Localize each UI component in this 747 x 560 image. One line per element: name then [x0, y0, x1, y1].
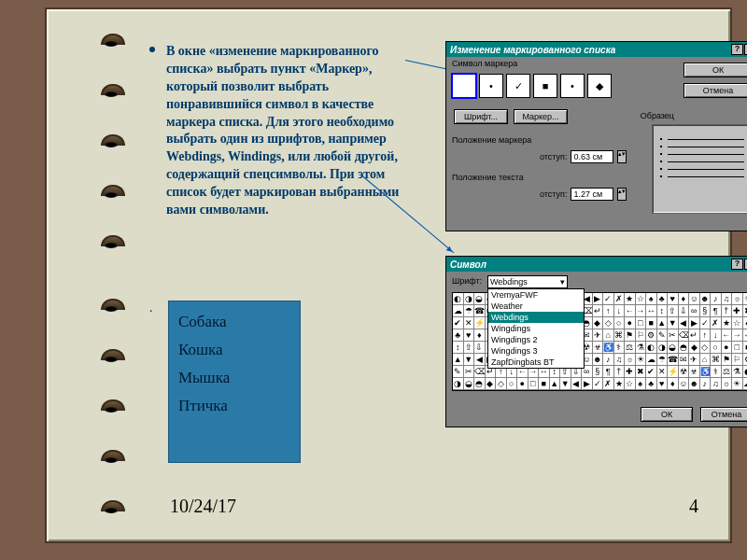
char-cell[interactable]: § — [700, 305, 712, 317]
char-cell[interactable]: ⇩ — [679, 305, 690, 317]
char-cell[interactable]: ◆ — [689, 342, 700, 354]
char-cell[interactable]: ● — [517, 378, 529, 390]
char-cell[interactable]: ♦ — [679, 293, 690, 305]
char-cell[interactable]: ◇ — [603, 317, 614, 329]
char-cell[interactable]: → — [732, 329, 743, 342]
char-cell[interactable]: ✖ — [743, 305, 748, 317]
char-cell[interactable]: ▼ — [560, 378, 571, 390]
char-cell[interactable]: ¶ — [603, 366, 614, 378]
char-cell[interactable]: ★ — [625, 293, 636, 305]
font-combobox[interactable]: Webdings ▾ — [487, 275, 568, 288]
char-cell[interactable]: ♣ — [646, 378, 657, 390]
char-cell[interactable]: ✓ — [700, 317, 712, 329]
char-cell[interactable]: ✎ — [657, 329, 669, 342]
marker-option[interactable]: • — [479, 74, 503, 98]
char-cell[interactable]: ☺ — [689, 293, 700, 305]
char-cell[interactable]: † — [614, 366, 626, 378]
help-icon[interactable]: ? — [731, 44, 743, 55]
char-cell[interactable]: ☻ — [689, 378, 700, 390]
char-cell[interactable]: ☂ — [464, 305, 475, 317]
font-button[interactable]: Шрифт... — [454, 109, 508, 124]
char-cell[interactable]: ↕ — [453, 342, 464, 354]
marker-button[interactable]: Маркер... — [514, 109, 568, 124]
cancel-button[interactable]: Отмена — [684, 83, 747, 98]
char-cell[interactable]: ◇ — [700, 342, 712, 354]
text-indent-field[interactable]: 1.27 см — [571, 188, 613, 201]
char-cell[interactable]: ♠ — [646, 293, 657, 305]
char-cell[interactable]: ⇧ — [668, 305, 679, 317]
marker-indent-field[interactable]: 0.63 см — [571, 150, 613, 163]
char-cell[interactable]: ⚖ — [625, 342, 636, 354]
font-option[interactable]: VremyaFWF — [488, 289, 584, 301]
char-cell[interactable]: ⚑ — [625, 329, 636, 342]
char-cell[interactable]: ☢ — [679, 366, 690, 378]
char-cell[interactable]: ⌫ — [474, 366, 486, 378]
spinner-icon[interactable]: ▴▾ — [617, 150, 627, 163]
char-cell[interactable]: ▲ — [657, 317, 669, 329]
char-cell[interactable]: ✗ — [603, 378, 614, 390]
char-cell[interactable]: ○ — [614, 317, 626, 329]
char-cell[interactable]: ◐ — [453, 293, 464, 305]
char-cell[interactable]: ⚖ — [722, 366, 733, 378]
char-cell[interactable]: ▼ — [464, 354, 475, 366]
char-cell[interactable]: ♣ — [657, 293, 669, 305]
char-cell[interactable]: § — [593, 366, 604, 378]
char-cell[interactable]: ⚐ — [636, 329, 647, 342]
char-cell[interactable]: ☻ — [700, 293, 712, 305]
char-cell[interactable]: ✕ — [657, 366, 669, 378]
char-cell[interactable]: ◓ — [679, 342, 690, 354]
char-cell[interactable]: ☻ — [593, 354, 604, 366]
char-cell[interactable]: ⌂ — [700, 354, 712, 366]
char-cell[interactable]: ▶ — [582, 378, 593, 390]
font-option[interactable]: Wingdings — [488, 323, 584, 334]
char-cell[interactable]: ↕ — [657, 305, 669, 317]
char-cell[interactable]: □ — [636, 317, 647, 329]
char-cell[interactable]: ✓ — [603, 293, 614, 305]
char-cell[interactable]: ♦ — [474, 329, 486, 342]
char-cell[interactable]: ◒ — [668, 342, 679, 354]
char-cell[interactable]: ⌘ — [614, 329, 626, 342]
char-cell[interactable]: ✎ — [453, 366, 464, 378]
char-cell[interactable]: ☁ — [646, 354, 657, 366]
char-cell[interactable]: ▶ — [689, 317, 700, 329]
char-cell[interactable]: ← — [722, 329, 733, 342]
char-cell[interactable]: ♪ — [603, 354, 614, 366]
char-cell[interactable]: ⇧ — [464, 342, 475, 354]
char-cell[interactable]: ▼ — [668, 317, 679, 329]
char-cell[interactable]: ⚡ — [668, 366, 679, 378]
char-cell[interactable]: ◓ — [474, 378, 486, 390]
char-cell[interactable]: ◆ — [593, 317, 604, 329]
char-cell[interactable]: ◀ — [571, 378, 583, 390]
char-cell[interactable]: ♿ — [700, 366, 712, 378]
char-cell[interactable]: → — [636, 305, 647, 317]
char-cell[interactable]: ◑ — [657, 342, 669, 354]
char-cell[interactable]: ♥ — [657, 378, 669, 390]
char-cell[interactable]: ☆ — [636, 293, 647, 305]
font-option[interactable]: ZapfDingbats BT — [488, 357, 584, 368]
char-cell[interactable]: ⌂ — [603, 329, 614, 342]
char-cell[interactable]: ✈ — [689, 354, 700, 366]
ok-button[interactable]: ОК — [641, 407, 693, 422]
char-cell[interactable]: ☆ — [732, 317, 743, 329]
char-cell[interactable]: ✖ — [636, 366, 647, 378]
char-cell[interactable]: ⚕ — [711, 366, 722, 378]
marker-option[interactable] — [452, 74, 476, 98]
char-cell[interactable]: ○ — [711, 342, 722, 354]
char-cell[interactable]: ● — [625, 317, 636, 329]
char-cell[interactable]: ↵ — [593, 305, 604, 317]
char-cell[interactable]: ◀ — [679, 317, 690, 329]
char-cell[interactable]: ◇ — [496, 378, 507, 390]
char-cell[interactable]: ⌫ — [679, 329, 690, 342]
char-cell[interactable]: ▲ — [453, 354, 464, 366]
char-cell[interactable]: ▲ — [550, 378, 561, 390]
char-cell[interactable]: ♥ — [668, 293, 679, 305]
char-cell[interactable]: ↑ — [603, 305, 614, 317]
char-cell[interactable]: ♥ — [464, 329, 475, 342]
char-cell[interactable]: ☺ — [679, 378, 690, 390]
marker-option[interactable]: • — [560, 74, 585, 98]
char-cell[interactable]: ☆ — [625, 378, 636, 390]
char-cell[interactable]: ☁ — [453, 305, 464, 317]
font-option[interactable]: Wingdings 2 — [488, 334, 584, 345]
char-cell[interactable]: ★ — [722, 317, 733, 329]
char-cell[interactable]: ✓ — [593, 378, 604, 390]
